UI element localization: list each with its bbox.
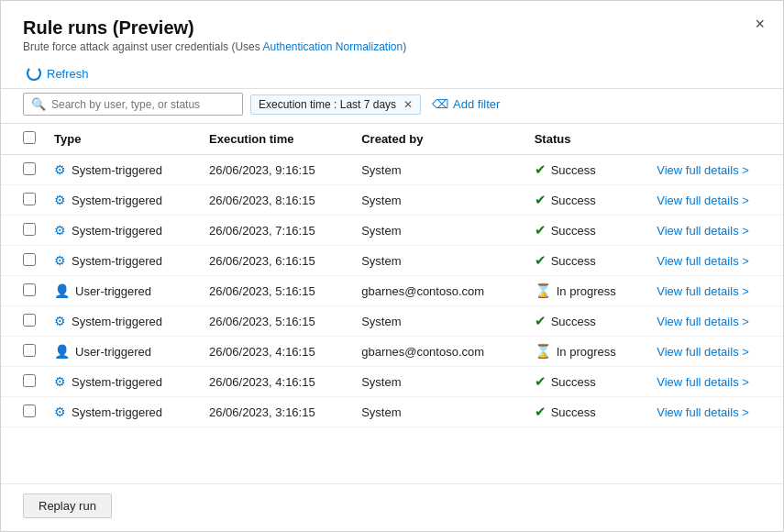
table-row: 👤User-triggered26/06/2023, 4:16:15gbarne…: [1, 337, 783, 367]
dialog-header: Rule runs (Preview) Brute force attack a…: [1, 1, 783, 57]
type-label: System-triggered: [72, 194, 162, 207]
created-by-cell: System: [352, 246, 525, 276]
type-label: System-triggered: [72, 405, 162, 419]
created-by-cell: System: [352, 185, 525, 216]
chip-label: Execution time : Last 7 days: [259, 98, 396, 111]
col-checkbox: [1, 124, 45, 155]
execution-time-cell: 26/06/2023, 5:16:15: [200, 306, 352, 337]
execution-time-chip: Execution time : Last 7 days ✕: [250, 94, 421, 115]
table-container: Type Execution time Created by Status ⚙S…: [1, 124, 783, 483]
col-created-by: Created by: [352, 124, 525, 155]
status-label: In progress: [557, 345, 616, 359]
rule-runs-dialog: Rule runs (Preview) Brute force attack a…: [0, 0, 784, 532]
success-icon: ✔: [535, 373, 547, 390]
table-row: ⚙System-triggered26/06/2023, 5:16:15Syst…: [1, 306, 783, 337]
inprogress-icon: ⌛: [535, 343, 552, 360]
gear-icon: ⚙: [54, 162, 66, 177]
table-row: ⚙System-triggered26/06/2023, 9:16:15Syst…: [1, 155, 783, 185]
user-icon: 👤: [54, 344, 70, 359]
success-icon: ✔: [535, 222, 547, 238]
view-full-details-link[interactable]: View full details >: [657, 224, 749, 238]
view-full-details-link[interactable]: View full details >: [657, 375, 749, 389]
created-by-cell: System: [352, 155, 525, 185]
status-label: Success: [551, 224, 596, 238]
success-icon: ✔: [535, 192, 547, 208]
view-full-details-link[interactable]: View full details >: [657, 315, 749, 328]
type-label: System-triggered: [72, 224, 162, 238]
search-input[interactable]: [51, 98, 235, 111]
table-row: ⚙System-triggered26/06/2023, 6:16:15Syst…: [1, 246, 783, 276]
subtitle-link[interactable]: Authentication Normalization: [262, 40, 403, 53]
inprogress-icon: ⌛: [535, 283, 552, 299]
close-button[interactable]: ×: [755, 16, 765, 32]
execution-time-cell: 26/06/2023, 5:16:15: [200, 276, 352, 306]
search-icon: 🔍: [31, 97, 46, 111]
status-label: Success: [551, 163, 596, 177]
execution-time-cell: 26/06/2023, 3:16:15: [200, 397, 352, 427]
view-full-details-link[interactable]: View full details >: [657, 284, 749, 298]
view-full-details-link[interactable]: View full details >: [657, 163, 749, 177]
created-by-cell: gbarnes@contoso.com: [352, 276, 525, 306]
refresh-label: Refresh: [47, 67, 89, 81]
gear-icon: ⚙: [54, 223, 66, 238]
row-checkbox[interactable]: [23, 283, 36, 296]
col-type: Type: [45, 124, 200, 155]
gear-icon: ⚙: [54, 314, 66, 328]
type-label: User-triggered: [75, 345, 151, 359]
add-filter-label: Add filter: [453, 97, 500, 111]
refresh-icon: [27, 66, 41, 81]
status-label: Success: [551, 315, 596, 328]
created-by-cell: System: [352, 397, 525, 427]
refresh-button[interactable]: Refresh: [23, 64, 93, 83]
execution-time-cell: 26/06/2023, 8:16:15: [200, 185, 352, 216]
row-checkbox[interactable]: [23, 344, 36, 357]
chip-close-button[interactable]: ✕: [403, 98, 413, 111]
success-icon: ✔: [535, 313, 547, 329]
status-label: Success: [551, 375, 596, 389]
toolbar: Refresh: [1, 57, 783, 88]
select-all-checkbox[interactable]: [23, 131, 36, 144]
table-body: ⚙System-triggered26/06/2023, 9:16:15Syst…: [1, 155, 783, 427]
view-full-details-link[interactable]: View full details >: [657, 254, 749, 268]
view-full-details-link[interactable]: View full details >: [657, 405, 749, 419]
filter-bar: 🔍 Execution time : Last 7 days ✕ ⌫ Add f…: [1, 89, 783, 123]
row-checkbox[interactable]: [23, 162, 36, 175]
row-checkbox[interactable]: [23, 314, 36, 327]
table-row: ⚙System-triggered26/06/2023, 4:16:15Syst…: [1, 367, 783, 397]
row-checkbox[interactable]: [23, 253, 36, 266]
col-execution-time: Execution time: [200, 124, 352, 155]
execution-time-cell: 26/06/2023, 6:16:15: [200, 246, 352, 276]
row-checkbox[interactable]: [23, 193, 36, 205]
success-icon: ✔: [535, 404, 547, 420]
table-row: 👤User-triggered26/06/2023, 5:16:15gbarne…: [1, 276, 783, 306]
status-label: Success: [551, 254, 596, 268]
type-label: System-triggered: [72, 163, 162, 177]
created-by-cell: System: [352, 367, 525, 397]
type-label: System-triggered: [72, 315, 162, 328]
col-status: Status: [525, 124, 648, 155]
created-by-cell: System: [352, 306, 525, 337]
created-by-cell: System: [352, 216, 525, 246]
footer: Replay run: [1, 483, 783, 531]
table-header-row: Type Execution time Created by Status: [1, 124, 783, 155]
dialog-subtitle: Brute force attack against user credenti…: [23, 40, 761, 53]
filter-icon: ⌫: [432, 97, 448, 111]
row-checkbox[interactable]: [23, 374, 36, 387]
row-checkbox[interactable]: [23, 223, 36, 236]
add-filter-button[interactable]: ⌫ Add filter: [428, 95, 503, 113]
search-box[interactable]: 🔍: [23, 93, 243, 116]
runs-table: Type Execution time Created by Status ⚙S…: [1, 124, 783, 427]
gear-icon: ⚙: [54, 405, 66, 419]
gear-icon: ⚙: [54, 193, 66, 207]
execution-time-cell: 26/06/2023, 7:16:15: [200, 216, 352, 246]
view-full-details-link[interactable]: View full details >: [657, 345, 749, 359]
status-label: Success: [551, 194, 596, 207]
row-checkbox[interactable]: [23, 405, 36, 417]
view-full-details-link[interactable]: View full details >: [657, 194, 749, 207]
gear-icon: ⚙: [54, 253, 66, 268]
created-by-cell: gbarnes@contoso.com: [352, 337, 525, 367]
replay-run-button[interactable]: Replay run: [23, 493, 112, 518]
execution-time-cell: 26/06/2023, 4:16:15: [200, 367, 352, 397]
type-label: System-triggered: [72, 375, 162, 389]
success-icon: ✔: [535, 161, 547, 178]
